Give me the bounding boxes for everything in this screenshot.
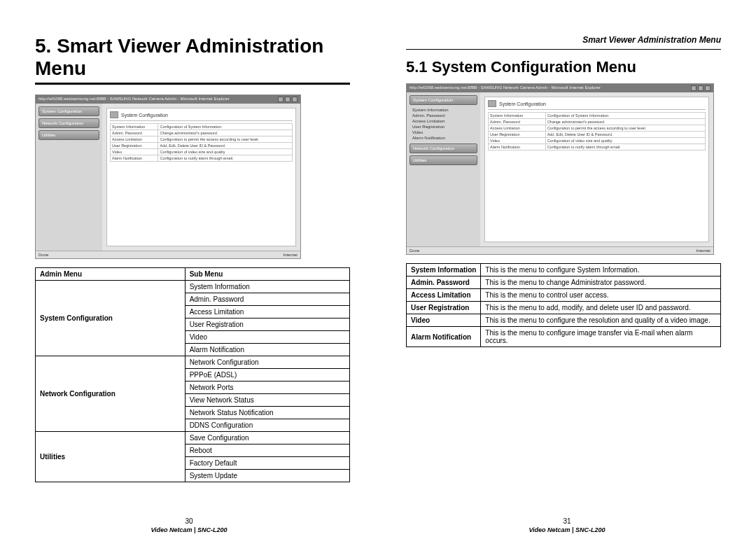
status-bar: Done Internet (36, 251, 300, 258)
sidebar-item-utilities[interactable]: Utilities (38, 130, 99, 140)
running-head: Smart Viewer Administration Menu (406, 35, 721, 45)
screenshot-left: http://wf1068.websamsung.net:8888 - SAMS… (35, 94, 301, 259)
row-desc: This is the menu to add, modify, and del… (481, 302, 721, 314)
main-panel: System Configuration System InformationC… (106, 108, 296, 246)
header-sub-menu: Sub Menu (185, 268, 349, 281)
sidebar-item-utilities[interactable]: Utilities (410, 155, 477, 165)
screenshot-right: http://wf1068.websamsung.net:8888 - SAMS… (406, 83, 714, 255)
row-label: User Registration (407, 302, 481, 314)
window-controls (691, 85, 710, 91)
table-header-row: Admin Menu Sub Menu (36, 268, 350, 281)
sidebar-sub-item[interactable]: User Registration (411, 124, 477, 130)
title-rule (35, 83, 350, 85)
sidebar-sub-item[interactable]: Admin. Password (411, 113, 477, 118)
group-system-configuration: System Configuration (36, 281, 186, 356)
group-network-configuration: Network Configuration (36, 356, 186, 432)
page-left: 5. Smart Viewer Administration Menu http… (0, 0, 378, 546)
panel-icon (488, 100, 496, 107)
sidebar-sub-group: System Information Admin. Password Acces… (410, 107, 477, 141)
status-bar: Done Internet (407, 246, 713, 254)
status-done: Done (410, 248, 419, 253)
row-label: System Information (407, 264, 481, 276)
status-net: Internet (696, 248, 710, 253)
admin-menu-table: Admin Menu Sub Menu System Configuration… (35, 267, 350, 482)
window-titlebar: http://wf1068.websamsung.net:8888 - SAMS… (407, 84, 713, 92)
page-number: 31 (378, 517, 756, 525)
sidebar-item-system-configuration[interactable]: System Configuration (410, 95, 477, 105)
footer-left: 30 Video Netcam | SNC-L200 (0, 517, 378, 533)
sidebar: System Configuration Network Configurati… (36, 104, 102, 251)
footer-right: 31 Video Netcam | SNC-L200 (378, 517, 756, 533)
head-rule (406, 49, 721, 50)
window-titlebar: http://wf1068.websamsung.net:8888 - SAMS… (36, 95, 300, 104)
panel-icon (110, 111, 118, 118)
sidebar-sub-item[interactable]: Access Limitation (411, 118, 477, 124)
description-table: System InformationThis is the menu to co… (406, 263, 721, 347)
sidebar-item-network-configuration[interactable]: Network Configuration (410, 144, 477, 153)
panel-title: System Configuration (110, 111, 293, 121)
window-title-text: http://wf1068.websamsung.net:8888 - SAMS… (38, 97, 230, 102)
group-utilities: Utilities (36, 432, 186, 482)
model-label: Video Netcam | SNC-L200 (0, 526, 378, 533)
page-number: 30 (0, 517, 378, 525)
row-label: Video (407, 314, 481, 327)
page-right: Smart Viewer Administration Menu 5.1 Sys… (378, 0, 756, 546)
sidebar-sub-item[interactable]: System Information (411, 107, 477, 113)
page-title: 5. Smart Viewer Administration Menu (35, 35, 350, 80)
window-controls (278, 97, 298, 102)
main-panel: System Configuration System InformationC… (484, 97, 709, 242)
row-desc: This is the menu to control user access. (481, 289, 721, 302)
config-table: System InformationConfiguration of Syste… (110, 123, 293, 162)
sidebar-item-network-configuration[interactable]: Network Configuration (38, 118, 99, 128)
row-desc: This is the menu to configure image tran… (481, 327, 721, 347)
section-title: 5.1 System Configuration Menu (406, 58, 721, 76)
row-desc: This is the menu to configure System Inf… (481, 264, 721, 276)
window-title-text: http://wf1068.websamsung.net:8888 - SAMS… (410, 85, 601, 91)
row-label: Alarm Notification (407, 327, 481, 347)
row-label: Admin. Password (407, 276, 481, 289)
sidebar-sub-item[interactable]: Alarm Notification (411, 135, 477, 141)
sidebar-item-system-configuration[interactable]: System Configuration (38, 106, 99, 116)
status-net: Internet (284, 253, 298, 257)
panel-title: System Configuration (488, 100, 706, 110)
row-desc: This is the menu to configure the resolu… (481, 314, 721, 327)
sidebar: System Configuration System Information … (407, 92, 480, 246)
row-desc: This is the menu to change Administrator… (481, 276, 721, 289)
model-label: Video Netcam | SNC-L200 (378, 526, 756, 533)
sidebar-sub-item[interactable]: Video (411, 130, 477, 135)
row-label: Access Limitation (407, 289, 481, 302)
header-admin-menu: Admin Menu (36, 268, 186, 281)
status-done: Done (38, 253, 48, 257)
config-table: System InformationConfiguration of Syste… (488, 112, 706, 150)
